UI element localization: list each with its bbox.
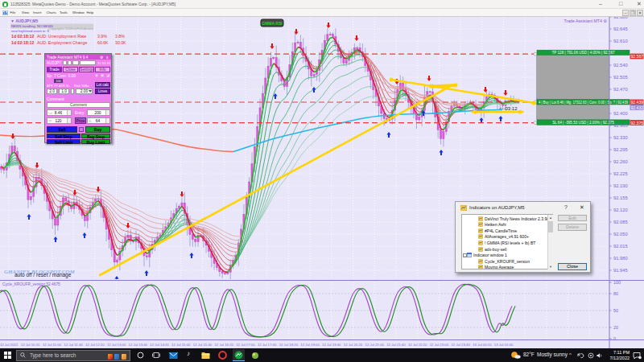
entry-spinner[interactable]: 200	[87, 109, 110, 116]
panel-field-4[interactable]	[80, 60, 96, 65]
edit-button[interactable]: Edit	[558, 215, 587, 222]
scroll-up-icon[interactable]: ▲	[548, 215, 554, 220]
buy-button[interactable]: Buy	[85, 126, 110, 133]
panel-tab-close[interactable]: Close	[63, 67, 78, 72]
menu-insert[interactable]: Insert	[33, 10, 41, 14]
indicator-item[interactable]: Moving Average	[462, 264, 552, 269]
panel-eye-icon[interactable]: ◉	[95, 73, 98, 77]
dialog-close-icon[interactable]: ✕	[580, 204, 584, 211]
tree-collapse-icon[interactable]: –	[463, 253, 467, 257]
time-axis-label: 12 Jul 14:20	[150, 343, 169, 347]
risk-dropdown-arrow[interactable]	[89, 90, 92, 93]
action-center-icon[interactable]	[633, 352, 642, 360]
cortana-icon[interactable]	[137, 352, 144, 359]
sl-spinner[interactable]: SL 64	[87, 117, 110, 124]
maximize-button[interactable]: □	[617, 0, 625, 8]
menu-file[interactable]: File	[10, 10, 16, 14]
svg-text:92.400: 92.400	[613, 111, 628, 116]
weather-desc[interactable]: Mostly sunny	[537, 352, 568, 357]
panel-info-line: Sp: 7 Com: 0.00	[47, 73, 76, 78]
panel-close-icon[interactable]: x	[106, 55, 108, 60]
price-badge: 92.375	[631, 121, 644, 125]
close-button-dialog[interactable]: Close	[558, 263, 587, 270]
forex-app-icon[interactable]	[251, 352, 259, 360]
opera-icon[interactable]	[218, 351, 227, 360]
svg-text:92.505: 92.505	[613, 75, 628, 80]
close-button[interactable]: ✕	[635, 0, 643, 8]
svg-text:1d 02:18:12: 1d 02:18:12	[11, 40, 34, 45]
scroll-thumb[interactable]	[548, 221, 553, 232]
weather-temp[interactable]: 82°F	[523, 352, 535, 357]
buy-limit-button[interactable]: Buy Limit	[81, 139, 110, 145]
delete-button[interactable]: Delete	[558, 224, 587, 231]
lines-button[interactable]: Lines	[95, 88, 110, 94]
svg-text:91.980: 91.980	[613, 256, 628, 261]
indicator-item[interactable]: #P4L CandleTime	[462, 228, 552, 234]
menu-tools[interactable]: Tools	[60, 10, 68, 14]
indicator-item[interactable]: Cycle_KROUFR_version	[462, 258, 552, 265]
dialog-scrollbar[interactable]: ▲ ▼	[547, 215, 553, 269]
indicator-item[interactable]: Heiken Ashi	[462, 222, 552, 228]
indicator-item[interactable]: ! GMMA (RSI levels + lb) BT	[462, 240, 552, 246]
music-app-icon[interactable]: ♪	[187, 350, 190, 357]
task-view-icon[interactable]	[152, 352, 160, 359]
panel-field-1[interactable]	[63, 60, 67, 65]
trade-assistant-title: Trade Assistant MT4 9.4	[47, 55, 88, 60]
tp-spinner[interactable]: TP 120	[47, 117, 72, 124]
start-button[interactable]	[4, 352, 11, 359]
panel-field-3[interactable]	[72, 60, 79, 65]
tray-expand-icon[interactable]: ^	[569, 352, 572, 357]
panel-gear-icon[interactable]: ⚙	[100, 55, 103, 60]
order-mode-toggle[interactable]	[79, 127, 84, 132]
chart-restore-button[interactable]: ❐	[630, 10, 636, 16]
taskbar-clock[interactable]: 7:11 PM 7/12/2022	[610, 350, 630, 360]
svg-text:92.085: 92.085	[613, 220, 628, 224]
menu-help[interactable]: Help	[87, 10, 94, 14]
price-button[interactable]: Price	[75, 117, 86, 124]
svg-text:3.8%: 3.8%	[115, 34, 125, 39]
panel-copy-icon[interactable]: ▣	[101, 73, 104, 77]
indicator-item[interactable]: adx-buy-sell	[462, 246, 552, 253]
onedrive-tray-icon[interactable]	[577, 352, 584, 359]
indicator-item[interactable]: AllAverages_v4.91 600+	[462, 234, 552, 241]
panel-tab-settings[interactable]: Settings	[79, 67, 94, 72]
desktop: 113528325: MetaQuotes-Demo - Demo Accoun…	[0, 0, 644, 362]
volume-tray-icon[interactable]	[597, 352, 604, 359]
chart-minimize-button[interactable]: –	[622, 10, 629, 16]
svg-text:92.190: 92.190	[613, 183, 628, 188]
entry-label: Entry:	[75, 111, 85, 115]
metatrader-icon[interactable]	[234, 351, 243, 360]
mail-icon[interactable]	[169, 352, 178, 360]
panel-field-2[interactable]	[68, 60, 72, 65]
atr-tp-input[interactable]: 2.0	[47, 88, 57, 94]
menu-window[interactable]: Window	[72, 10, 85, 14]
svg-text:92.680: 92.680	[613, 17, 628, 19]
comment-input[interactable]: Comment	[47, 102, 110, 108]
sell-stop-button[interactable]: Sell Stop	[47, 134, 80, 139]
chart-close-button[interactable]: ✕	[637, 10, 643, 16]
trade-assistant-title-bar[interactable]: Trade Assistant MT4 9.4 ⚙ x	[45, 54, 111, 60]
panel-tab-trade[interactable]: Trade	[47, 67, 62, 72]
lot-spinner[interactable]: Lot 8.46	[47, 109, 72, 116]
atr-sl-input[interactable]: 1.0	[59, 88, 69, 94]
menu-charts[interactable]: Charts	[47, 10, 56, 14]
search-box[interactable]: Type here to search	[16, 350, 130, 361]
buy-stop-button[interactable]: Buy Stop	[81, 134, 110, 139]
menu-view[interactable]: View	[22, 10, 29, 14]
time-axis-label: 12 Jul 19:00	[300, 343, 320, 347]
panel-lock-icon[interactable]: ◪	[106, 73, 109, 77]
indicator-item[interactable]: –Indicator window 1	[462, 252, 552, 258]
lot-calc-button[interactable]: Lot calc	[95, 82, 110, 88]
minimize-button[interactable]: –	[597, 0, 605, 8]
risk-minus-button[interactable]	[71, 88, 74, 94]
file-explorer-icon[interactable]	[201, 352, 210, 360]
eartrumpet-tray-icon[interactable]	[588, 352, 594, 359]
sell-limit-button[interactable]: Sell Limit	[47, 139, 80, 145]
indicator-list[interactable]: DaVinci Truly News Indicator 2.3.98Heike…	[461, 214, 553, 269]
dialog-help-icon[interactable]: ?	[564, 204, 568, 210]
sell-button[interactable]: Sell	[47, 126, 77, 133]
weather-icon[interactable]	[510, 351, 521, 360]
indicator-item[interactable]: DaVinci Truly News Indicator 2.3.98	[462, 216, 552, 222]
scroll-down-icon[interactable]: ▼	[548, 264, 554, 269]
panel-tab-info[interactable]: Info	[95, 67, 110, 72]
